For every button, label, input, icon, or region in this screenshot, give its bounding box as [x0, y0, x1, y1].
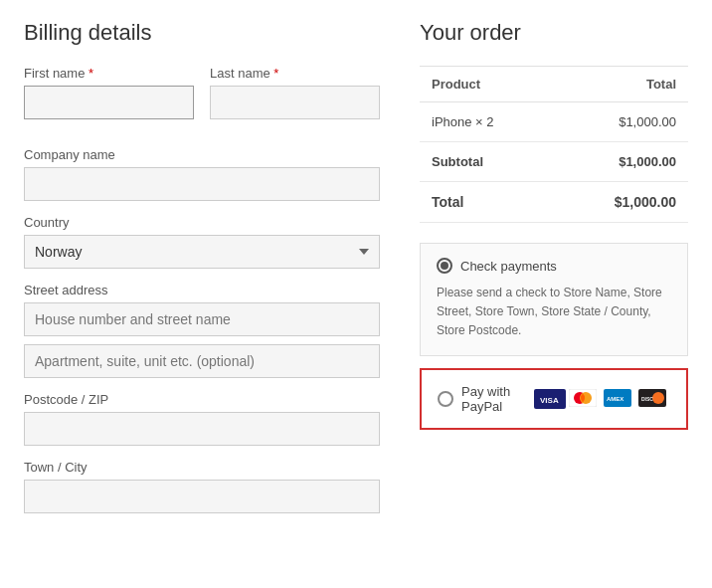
- postcode-input[interactable]: [24, 412, 380, 446]
- order-title: Your order: [420, 20, 688, 46]
- item-price: $1,000.00: [554, 102, 688, 142]
- subtotal-value: $1,000.00: [554, 142, 688, 182]
- total-label: Total: [420, 182, 554, 223]
- country-select[interactable]: Norway: [24, 235, 380, 269]
- svg-text:DISC: DISC: [641, 396, 653, 402]
- total-value: $1,000.00: [554, 182, 688, 223]
- svg-text:AMEX: AMEX: [607, 396, 623, 402]
- check-payment-option[interactable]: Check payments Please send a check to St…: [420, 243, 688, 356]
- paypal-payment-option[interactable]: Pay with PayPal VISA: [420, 368, 688, 430]
- col-product: Product: [420, 67, 554, 102]
- item-name: iPhone × 2: [420, 102, 554, 142]
- billing-title: Billing details: [24, 20, 380, 46]
- visa-svg: VISA: [536, 390, 564, 408]
- company-name-input[interactable]: [24, 167, 380, 201]
- visa-icon: VISA: [534, 389, 566, 409]
- check-radio[interactable]: [437, 258, 452, 274]
- order-item-row: iPhone × 2 $1,000.00: [420, 102, 688, 142]
- street-address-label: Street address: [24, 283, 380, 297]
- last-name-input[interactable]: [210, 86, 380, 119]
- mastercard-icon: [569, 389, 601, 409]
- company-name-label: Company name: [24, 147, 380, 162]
- check-payment-desc: Please send a check to Store Name, Store…: [437, 284, 671, 341]
- last-name-label: Last name *: [210, 66, 380, 81]
- amex-icon: AMEX: [604, 389, 635, 409]
- check-payment-label: Check payments: [460, 259, 557, 274]
- col-total: Total: [554, 67, 688, 102]
- postcode-label: Postcode / ZIP: [24, 392, 380, 407]
- paypal-payment-label: Pay with PayPal: [461, 384, 534, 414]
- town-label: Town / City: [24, 460, 380, 475]
- order-table: Product Total iPhone × 2 $1,000.00 Subto…: [420, 66, 688, 223]
- paypal-card-icons: VISA AMEX: [534, 389, 670, 409]
- apt-input[interactable]: [24, 344, 380, 378]
- discover-icon: DISC: [638, 389, 670, 409]
- svg-point-8: [652, 392, 664, 404]
- first-name-input[interactable]: [24, 86, 194, 119]
- street-address-input[interactable]: [24, 302, 380, 336]
- country-label: Country: [24, 215, 380, 230]
- disc-svg: DISC: [638, 389, 666, 407]
- svg-text:VISA: VISA: [540, 396, 559, 405]
- total-row: Total $1,000.00: [420, 182, 688, 223]
- amex-svg: AMEX: [604, 389, 631, 407]
- mc-svg: [569, 389, 597, 407]
- paypal-radio[interactable]: [438, 391, 453, 407]
- town-input[interactable]: [24, 480, 380, 513]
- subtotal-row: Subtotal $1,000.00: [420, 142, 688, 182]
- subtotal-label: Subtotal: [420, 142, 554, 182]
- first-name-label: First name *: [24, 66, 194, 81]
